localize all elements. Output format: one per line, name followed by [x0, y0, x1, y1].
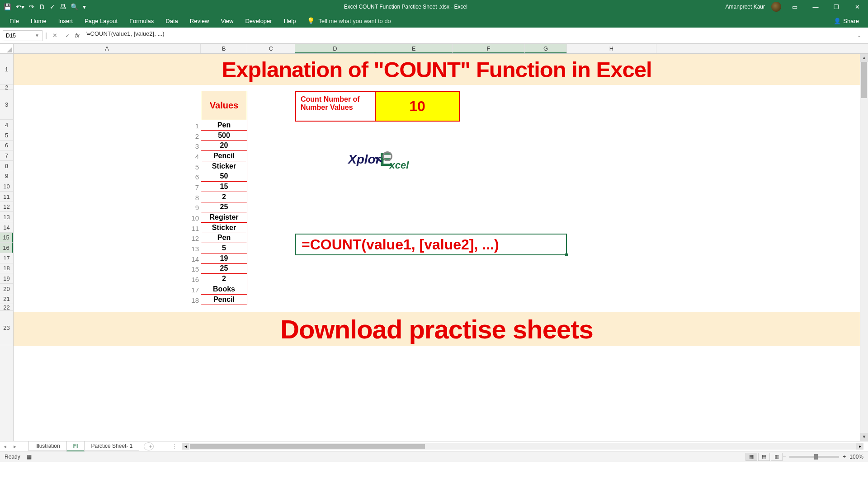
expand-formulabar-icon[interactable]: ⌄	[857, 33, 865, 38]
qat-customize-icon[interactable]: ▾	[83, 3, 86, 10]
tab-insert[interactable]: Insert	[52, 14, 79, 28]
column-header-f[interactable]: F	[453, 44, 525, 53]
row-header-6[interactable]: 6	[0, 141, 13, 150]
values-cell[interactable]: 19	[201, 253, 247, 264]
zoom-knob[interactable]	[814, 454, 818, 460]
sheet-tab-practice[interactable]: Parctice Sheet- 1	[84, 441, 139, 451]
sheet-tab-illustration[interactable]: Illustration	[28, 441, 67, 451]
scroll-right-icon[interactable]: ▸	[856, 443, 863, 450]
preview-icon[interactable]: 🔍	[71, 3, 78, 10]
inline-row-number[interactable]: 10	[189, 213, 200, 223]
row-header-14[interactable]: 14	[0, 222, 13, 233]
tab-home[interactable]: Home	[25, 14, 52, 28]
hscroll-thumb[interactable]	[190, 444, 425, 449]
tab-splitter[interactable]: ⋮	[172, 443, 177, 450]
new-icon[interactable]: 🗋	[39, 3, 45, 10]
inline-row-number[interactable]: 18	[189, 295, 200, 305]
column-header-d[interactable]: D	[295, 44, 375, 53]
column-header-b[interactable]: B	[201, 44, 247, 53]
column-header-a[interactable]: A	[14, 44, 201, 53]
redo-icon[interactable]: ↷	[29, 3, 34, 10]
inline-row-number[interactable]: 5	[189, 162, 200, 172]
row-header-13[interactable]: 13	[0, 212, 13, 222]
inline-row-number[interactable]: 13	[189, 244, 200, 254]
row-header-23[interactable]: 23	[0, 311, 13, 345]
inline-row-number[interactable]: 8	[189, 192, 200, 203]
column-header-h[interactable]: H	[567, 44, 656, 53]
cancel-formula-icon[interactable]: ✕	[50, 32, 60, 39]
account-avatar[interactable]	[771, 2, 781, 12]
values-cell[interactable]: 2	[201, 192, 247, 202]
row-header-21[interactable]: 21	[0, 294, 13, 304]
add-sheet-button[interactable]: +	[144, 442, 154, 450]
row-header-9[interactable]: 9	[0, 171, 13, 181]
view-page-layout-icon[interactable]: ▤	[758, 453, 770, 461]
tab-data[interactable]: Data	[160, 14, 184, 28]
row-header-17[interactable]: 17	[0, 253, 13, 263]
column-header-e[interactable]: E	[375, 44, 453, 53]
namebox-dropdown-icon[interactable]: ▼	[35, 33, 39, 38]
close-button[interactable]: ✕	[850, 2, 864, 11]
values-cell[interactable]: 2	[201, 274, 247, 284]
undo-icon[interactable]: ↶▾	[16, 3, 24, 10]
values-cell[interactable]: Register	[201, 212, 247, 223]
inline-row-number[interactable]: 9	[189, 203, 200, 213]
minimize-button[interactable]: —	[808, 2, 823, 11]
row-header-22[interactable]: 22	[0, 304, 13, 311]
values-cell[interactable]: 25	[201, 202, 247, 213]
vertical-scrollbar[interactable]: ▲ ▼	[860, 54, 868, 441]
zoom-in-button[interactable]: +	[843, 454, 846, 460]
scroll-up-icon[interactable]: ▲	[860, 54, 868, 62]
tab-developer[interactable]: Developer	[239, 14, 278, 28]
tab-nav-next-icon[interactable]: ▸	[10, 443, 20, 450]
inline-row-number[interactable]: 17	[189, 285, 200, 295]
values-cell[interactable]: 15	[201, 182, 247, 192]
view-page-break-icon[interactable]: ▥	[771, 453, 783, 461]
values-cell[interactable]: Books	[201, 284, 247, 295]
formula-display-cell[interactable]: =COUNT(value1, [value2], ...)	[295, 234, 567, 255]
row-header-18[interactable]: 18	[0, 263, 13, 273]
row-header-20[interactable]: 20	[0, 284, 13, 294]
row-header-16[interactable]: 16	[0, 243, 13, 253]
save-icon[interactable]: 💾	[4, 3, 11, 10]
tab-view[interactable]: View	[215, 14, 239, 28]
spellcheck-icon[interactable]: ✓	[50, 3, 55, 10]
values-cell[interactable]: Pencil	[201, 151, 247, 161]
ribbon-options-icon[interactable]: ▭	[788, 2, 802, 11]
enter-formula-icon[interactable]: ✓	[62, 32, 72, 39]
row-header-12[interactable]: 12	[0, 202, 13, 212]
share-button[interactable]: 👤 Share	[828, 14, 864, 28]
row-header-11[interactable]: 11	[0, 192, 13, 202]
column-header-g[interactable]: G	[525, 44, 567, 53]
row-header-5[interactable]: 5	[0, 130, 13, 141]
row-header-10[interactable]: 10	[0, 181, 13, 192]
row-header-1[interactable]: 1	[0, 54, 13, 85]
inline-row-number[interactable]: 4	[189, 151, 200, 162]
values-cell[interactable]: Pencil	[201, 295, 247, 305]
fx-icon[interactable]: fx	[75, 33, 79, 39]
scroll-down-icon[interactable]: ▼	[860, 433, 868, 441]
inline-row-number[interactable]: 14	[189, 254, 200, 264]
tab-nav-prev-icon[interactable]: ◂	[0, 443, 10, 450]
values-cell[interactable]: 20	[201, 141, 247, 151]
column-header-c[interactable]: C	[247, 44, 295, 53]
quickprint-icon[interactable]: 🖶	[60, 3, 66, 10]
inline-row-number[interactable]: 16	[189, 274, 200, 285]
zoom-out-button[interactable]: −	[783, 454, 786, 460]
inline-row-number[interactable]: 2	[189, 131, 200, 141]
selection-handle[interactable]	[565, 253, 568, 256]
values-cell[interactable]: 25	[201, 264, 247, 274]
inline-row-number[interactable]: 15	[189, 264, 200, 275]
name-box[interactable]: D15 ▼	[3, 30, 42, 41]
tab-page-layout[interactable]: Page Layout	[79, 14, 123, 28]
values-cell[interactable]: Sticker	[201, 223, 247, 233]
inline-row-number[interactable]: 7	[189, 182, 200, 192]
inline-row-number[interactable]: 11	[189, 223, 200, 234]
values-cell[interactable]: Sticker	[201, 161, 247, 172]
inline-row-number[interactable]: 3	[189, 141, 200, 151]
tab-formulas[interactable]: Formulas	[123, 14, 160, 28]
zoom-slider[interactable]	[789, 456, 839, 458]
account-name[interactable]: Amanpreet Kaur	[726, 4, 765, 10]
tell-me-search[interactable]: 💡 Tell me what you want to do	[302, 14, 396, 28]
horizontal-scrollbar[interactable]: ◂ ▸	[182, 443, 863, 450]
